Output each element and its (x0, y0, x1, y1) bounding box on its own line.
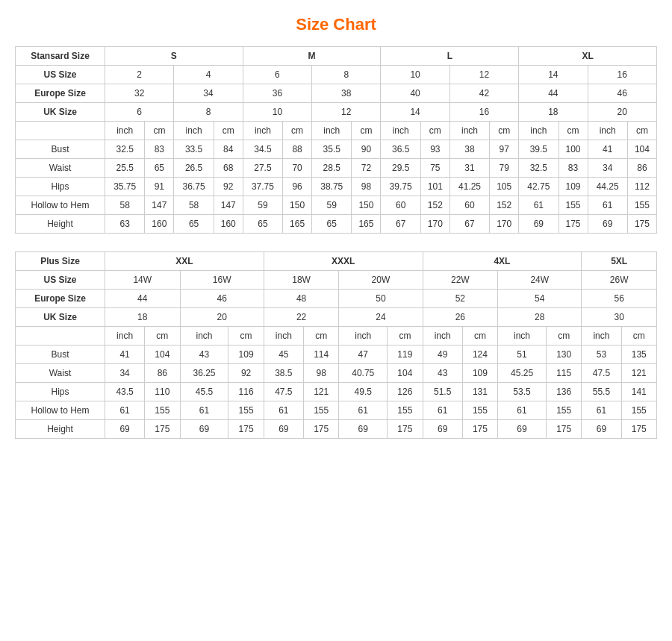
plus-hollow-label: Hollow to Hem (16, 401, 105, 420)
hollow-15: 155 (627, 196, 656, 215)
plus-hollow-10: 61 (498, 401, 547, 420)
plus-unit-9: cm (462, 327, 497, 345)
hips-4: 37.75 (243, 178, 282, 196)
hips-15: 112 (627, 178, 656, 196)
plus-hips-7: 126 (388, 383, 423, 401)
plus-size-section: Plus Size XXL XXXL 4XL 5XL US Size 14W 1… (15, 251, 657, 439)
height-1: 160 (145, 215, 174, 234)
plus-uk-0: 18 (105, 308, 181, 327)
uk-size-xl2: 20 (588, 103, 656, 122)
standard-s-group: S (105, 47, 243, 66)
plus-hips-1: 110 (145, 383, 180, 401)
hips-12: 42.75 (519, 178, 559, 196)
plus-waist-5: 98 (303, 364, 338, 383)
plus-bust-13: 135 (621, 345, 656, 364)
plus-bust-6: 47 (339, 345, 388, 364)
plus-hips-10: 53.5 (498, 383, 547, 401)
plus-waist-4: 38.5 (264, 364, 303, 383)
plus-hollow-3: 155 (228, 401, 264, 420)
unit-4: inch (243, 122, 282, 140)
uk-size-l1: 14 (381, 103, 449, 122)
plus-hollow-6: 61 (339, 401, 388, 420)
uk-size-xl1: 18 (519, 103, 588, 122)
plus-bust-4: 45 (264, 345, 303, 364)
plus-waist-row: Waist 34 86 36.25 92 38.5 98 40.75 104 4… (16, 364, 657, 383)
plus-unit-6: inch (339, 327, 388, 345)
plus-height-0: 69 (105, 420, 145, 439)
unit-3: cm (214, 122, 243, 140)
waist-12: 32.5 (519, 159, 559, 178)
hollow-10: 60 (449, 196, 489, 215)
plus-height-8: 69 (423, 420, 462, 439)
plus-hollow-5: 155 (303, 401, 338, 420)
waist-3: 68 (214, 159, 243, 178)
unit-13: cm (559, 122, 588, 140)
plus-unit-0: inch (105, 327, 145, 345)
hollow-11: 152 (490, 196, 519, 215)
plus-height-9: 175 (462, 420, 497, 439)
plus-5xl-group: 5XL (582, 252, 657, 271)
height-12: 69 (519, 215, 559, 234)
plus-uk-3: 24 (339, 308, 423, 327)
us-size-l2: 12 (449, 66, 518, 84)
standard-header-label: Stansard Size (16, 47, 105, 66)
unit-15: cm (627, 122, 656, 140)
europe-size-m2: 38 (312, 84, 381, 103)
hips-2: 36.75 (174, 178, 214, 196)
plus-height-row: Height 69 175 69 175 69 175 69 175 69 17… (16, 420, 657, 439)
plus-us-size-label: US Size (16, 271, 105, 290)
us-size-s2: 4 (174, 66, 243, 84)
hips-10: 41.25 (449, 178, 489, 196)
waist-13: 83 (559, 159, 588, 178)
plus-hips-12: 55.5 (582, 383, 621, 401)
hips-11: 105 (490, 178, 519, 196)
height-5: 165 (283, 215, 312, 234)
plus-height-5: 175 (303, 420, 338, 439)
hips-7: 98 (352, 178, 381, 196)
bust-label: Bust (16, 140, 105, 159)
plus-hips-row: Hips 43.5 110 45.5 116 47.5 121 49.5 126… (16, 383, 657, 401)
plus-eu-0: 44 (105, 290, 181, 308)
unit-8: inch (381, 122, 420, 140)
unit-2: inch (174, 122, 214, 140)
height-10: 67 (449, 215, 489, 234)
plus-eu-1: 46 (180, 290, 264, 308)
plus-height-6: 69 (339, 420, 388, 439)
plus-waist-12: 47.5 (582, 364, 621, 383)
plus-waist-3: 92 (228, 364, 264, 383)
hips-1: 91 (145, 178, 174, 196)
unit-5: cm (283, 122, 312, 140)
plus-hips-13: 141 (621, 383, 656, 401)
plus-hollow-11: 155 (546, 401, 581, 420)
bust-12: 39.5 (519, 140, 559, 159)
waist-9: 75 (420, 159, 449, 178)
us-size-m2: 8 (312, 66, 381, 84)
plus-unit-3: cm (228, 327, 264, 345)
hips-6: 38.75 (312, 178, 352, 196)
plus-unit-12: inch (582, 327, 621, 345)
plus-eu-2: 48 (264, 290, 339, 308)
plus-waist-10: 45.25 (498, 364, 547, 383)
plus-unit-1: cm (145, 327, 180, 345)
height-7: 165 (352, 215, 381, 234)
plus-unit-2: inch (180, 327, 228, 345)
plus-hips-label: Hips (16, 383, 105, 401)
waist-6: 28.5 (312, 159, 352, 178)
height-9: 170 (420, 215, 449, 234)
plus-waist-8: 43 (423, 364, 462, 383)
plus-header-label: Plus Size (16, 252, 105, 271)
hips-8: 39.75 (381, 178, 420, 196)
europe-size-l1: 40 (381, 84, 449, 103)
plus-height-4: 69 (264, 420, 303, 439)
waist-14: 34 (588, 159, 627, 178)
plus-bust-1: 104 (145, 345, 180, 364)
us-size-s1: 2 (105, 66, 174, 84)
plus-bust-11: 130 (546, 345, 581, 364)
height-3: 160 (214, 215, 243, 234)
hollow-9: 152 (420, 196, 449, 215)
europe-size-xl2: 46 (588, 84, 656, 103)
plus-hollow-8: 61 (423, 401, 462, 420)
us-size-m1: 6 (243, 66, 311, 84)
bust-13: 100 (559, 140, 588, 159)
us-size-l1: 10 (381, 66, 449, 84)
